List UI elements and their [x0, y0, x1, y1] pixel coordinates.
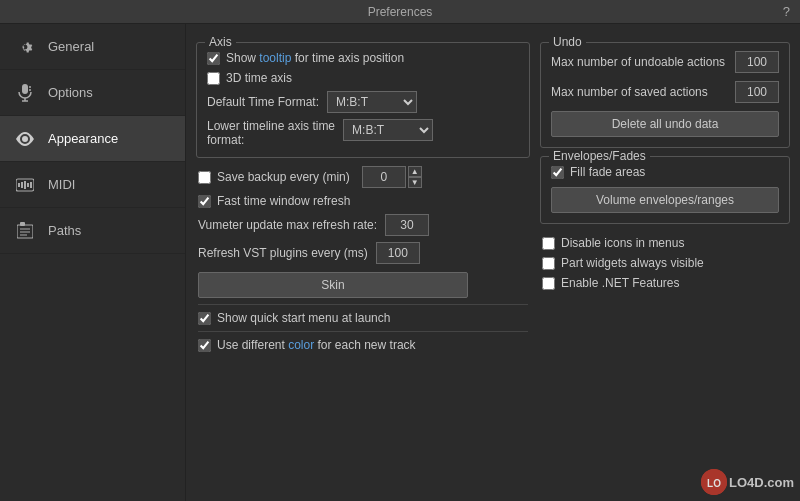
- quick-start-checkbox[interactable]: [198, 312, 211, 325]
- 3d-time-axis-row: 3D time axis: [207, 71, 519, 85]
- fill-fade-checkbox[interactable]: [551, 166, 564, 179]
- refresh-vst-row: Refresh VST plugins every (ms): [198, 242, 528, 264]
- 3d-time-axis-label: 3D time axis: [226, 71, 292, 85]
- save-backup-checkbox[interactable]: [198, 171, 211, 184]
- watermark: LO LO4D.com: [701, 469, 794, 495]
- main-layout: General Options: [0, 24, 800, 501]
- sidebar-item-general[interactable]: General: [0, 24, 185, 70]
- divider1: [198, 304, 528, 305]
- svg-rect-0: [22, 84, 28, 94]
- watermark-text: LO4D.com: [729, 475, 794, 490]
- vumeter-label: Vumeter update max refresh rate:: [198, 218, 377, 232]
- sidebar-item-paths[interactable]: Paths: [0, 208, 185, 254]
- undo-group-title: Undo: [549, 35, 586, 49]
- max-undoable-input[interactable]: [735, 51, 779, 73]
- svg-rect-16: [20, 222, 25, 226]
- max-undoable-label: Max number of undoable actions: [551, 55, 725, 69]
- fast-time-window-row: Fast time window refresh: [198, 194, 528, 208]
- sidebar: General Options: [0, 24, 186, 501]
- sidebar-item-options[interactable]: Options: [0, 70, 185, 116]
- max-saved-label: Max number of saved actions: [551, 85, 708, 99]
- svg-point-3: [29, 86, 31, 88]
- save-backup-spinner-btns: ▲ ▼: [408, 166, 422, 188]
- part-widgets-row: Part widgets always visible: [542, 256, 788, 270]
- lower-timeline-label2: format:: [207, 133, 335, 147]
- save-backup-spinner: ▲ ▼: [362, 166, 422, 188]
- title-bar: Preferences ?: [0, 0, 800, 24]
- sidebar-midi-label: MIDI: [48, 177, 75, 192]
- sidebar-paths-label: Paths: [48, 223, 81, 238]
- fast-time-window-label: Fast time window refresh: [217, 194, 350, 208]
- vumeter-input[interactable]: [385, 214, 429, 236]
- svg-text:LO: LO: [707, 478, 721, 489]
- show-tooltip-label: Show tooltip for time axis position: [226, 51, 404, 65]
- skin-row: Skin: [198, 272, 528, 298]
- max-saved-input[interactable]: [735, 81, 779, 103]
- sidebar-item-appearance[interactable]: Appearance: [0, 116, 185, 162]
- part-widgets-label: Part widgets always visible: [561, 256, 704, 270]
- sidebar-item-midi[interactable]: MIDI: [0, 162, 185, 208]
- divider2: [198, 331, 528, 332]
- delete-undo-button[interactable]: Delete all undo data: [551, 111, 779, 137]
- max-undoable-row: Max number of undoable actions: [551, 51, 779, 73]
- different-color-checkbox[interactable]: [198, 339, 211, 352]
- title-bar-title: Preferences: [368, 5, 433, 19]
- svg-point-4: [29, 89, 31, 91]
- axis-group: Axis Show tooltip for time axis position…: [196, 42, 530, 158]
- save-backup-down-btn[interactable]: ▼: [408, 177, 422, 188]
- save-backup-up-btn[interactable]: ▲: [408, 166, 422, 177]
- enable-dotnet-checkbox[interactable]: [542, 277, 555, 290]
- left-column: Axis Show tooltip for time axis position…: [196, 34, 530, 491]
- save-backup-input[interactable]: [362, 166, 406, 188]
- show-tooltip-row: Show tooltip for time axis position: [207, 51, 519, 65]
- fill-fade-row: Fill fade areas: [551, 165, 779, 179]
- default-time-format-label: Default Time Format:: [207, 95, 319, 109]
- right-column: Undo Max number of undoable actions Max …: [540, 34, 790, 491]
- vumeter-row: Vumeter update max refresh rate:: [198, 214, 528, 236]
- delete-undo-row: Delete all undo data: [551, 111, 779, 137]
- content-area: Axis Show tooltip for time axis position…: [186, 24, 800, 501]
- extra-section: Disable icons in menus Part widgets alwa…: [540, 232, 790, 294]
- eye-icon: [12, 126, 38, 152]
- 3d-time-axis-checkbox[interactable]: [207, 72, 220, 85]
- volume-envelopes-row: Volume envelopes/ranges: [551, 187, 779, 213]
- disable-icons-label: Disable icons in menus: [561, 236, 684, 250]
- lower-timeline-select[interactable]: M:B:T HH:MM:SS Samples Frames: [343, 119, 433, 141]
- skin-button[interactable]: Skin: [198, 272, 468, 298]
- watermark-logo: LO: [701, 469, 727, 495]
- paths-icon: [12, 218, 38, 244]
- different-color-label: Use different color for each new track: [217, 338, 416, 352]
- enable-dotnet-label: Enable .NET Features: [561, 276, 680, 290]
- different-color-row: Use different color for each new track: [198, 338, 528, 352]
- show-tooltip-checkbox[interactable]: [207, 52, 220, 65]
- undo-group: Undo Max number of undoable actions Max …: [540, 42, 790, 148]
- fill-fade-label: Fill fade areas: [570, 165, 645, 179]
- sidebar-appearance-label: Appearance: [48, 131, 118, 146]
- save-backup-label: Save backup every (min): [217, 170, 350, 184]
- help-button[interactable]: ?: [783, 4, 790, 19]
- mic-icon: [12, 80, 38, 106]
- svg-point-5: [22, 136, 28, 142]
- sidebar-general-label: General: [48, 39, 94, 54]
- refresh-vst-label: Refresh VST plugins every (ms): [198, 246, 368, 260]
- midi-icon: [12, 172, 38, 198]
- sidebar-options-label: Options: [48, 85, 93, 100]
- envelopes-group-title: Envelopes/Fades: [549, 149, 650, 163]
- quick-start-row: Show quick start menu at launch: [198, 311, 528, 325]
- disable-icons-checkbox[interactable]: [542, 237, 555, 250]
- save-backup-row: Save backup every (min) ▲ ▼: [198, 166, 528, 188]
- lower-timeline-label1: Lower timeline axis time: [207, 119, 335, 133]
- misc-section: Save backup every (min) ▲ ▼ Fast time wi…: [196, 166, 530, 352]
- gear-icon: [12, 34, 38, 60]
- axis-group-title: Axis: [205, 35, 236, 49]
- refresh-vst-input[interactable]: [376, 242, 420, 264]
- lower-timeline-row: Lower timeline axis time format: M:B:T H…: [207, 119, 519, 147]
- envelopes-group: Envelopes/Fades Fill fade areas Volume e…: [540, 156, 790, 224]
- fast-time-window-checkbox[interactable]: [198, 195, 211, 208]
- default-time-format-select[interactable]: M:B:T HH:MM:SS Samples Frames: [327, 91, 417, 113]
- part-widgets-checkbox[interactable]: [542, 257, 555, 270]
- disable-icons-row: Disable icons in menus: [542, 236, 788, 250]
- enable-dotnet-row: Enable .NET Features: [542, 276, 788, 290]
- default-time-format-row: Default Time Format: M:B:T HH:MM:SS Samp…: [207, 91, 519, 113]
- volume-envelopes-button[interactable]: Volume envelopes/ranges: [551, 187, 779, 213]
